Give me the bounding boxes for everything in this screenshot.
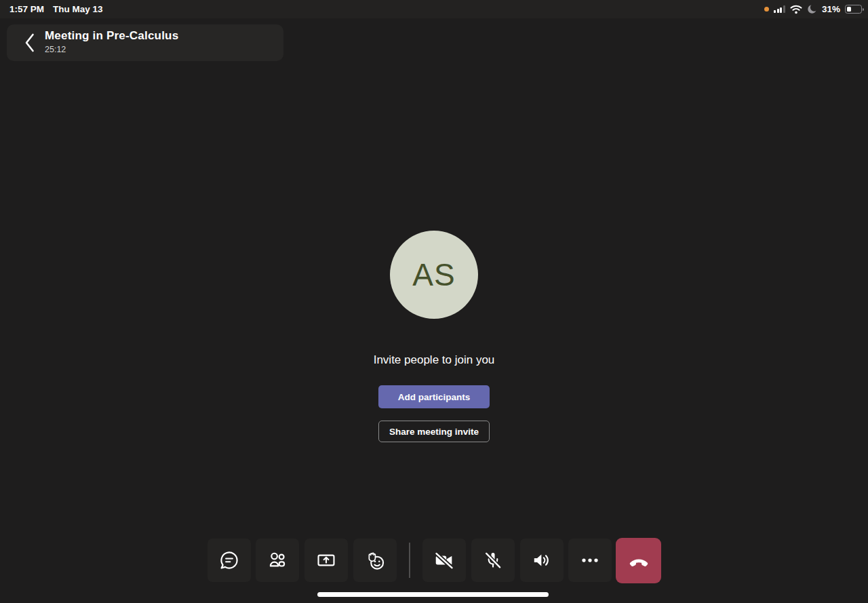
meeting-timer: 25:12	[45, 45, 178, 54]
invite-prompt: Invite people to join you	[0, 353, 868, 367]
meeting-header-text: Meeting in Pre-Calculus 25:12	[45, 29, 178, 54]
chat-icon	[218, 549, 240, 571]
share-screen-button[interactable]	[304, 539, 348, 582]
battery-icon	[845, 5, 862, 14]
meeting-header: Meeting in Pre-Calculus 25:12	[7, 24, 283, 61]
share-tray-icon	[315, 549, 337, 571]
more-options-button[interactable]	[568, 539, 612, 582]
ellipsis-icon	[580, 550, 600, 570]
camera-off-icon	[433, 549, 455, 571]
home-indicator[interactable]	[317, 592, 549, 597]
mic-toggle-button[interactable]	[471, 539, 515, 582]
clock-date: Thu May 13	[53, 4, 103, 14]
clock-time: 1:57 PM	[9, 4, 44, 14]
raised-hand-smiley-icon	[363, 549, 387, 572]
mic-off-icon	[482, 549, 504, 571]
avatar-initials: AS	[412, 256, 455, 293]
moon-focus-icon	[807, 4, 817, 14]
battery-percent: 31%	[822, 4, 840, 14]
hang-up-button[interactable]	[616, 538, 661, 583]
speaker-button[interactable]	[520, 539, 564, 582]
chat-button[interactable]	[208, 539, 251, 582]
wifi-icon	[790, 5, 802, 14]
hang-up-icon	[627, 549, 651, 573]
cellular-signal-icon	[774, 5, 785, 13]
mic-in-use-indicator-icon	[764, 7, 769, 12]
participants-button[interactable]	[256, 539, 299, 582]
share-meeting-invite-button[interactable]: Share meeting invite	[378, 421, 490, 442]
participant-avatar: AS	[390, 231, 478, 319]
status-bar-left: 1:57 PM Thu May 13	[9, 0, 103, 18]
people-icon	[267, 549, 288, 571]
meeting-title: Meeting in Pre-Calculus	[45, 29, 178, 43]
add-participants-button[interactable]: Add participants	[378, 385, 490, 408]
chevron-left-icon	[24, 33, 35, 53]
status-bar: 1:57 PM Thu May 13 31%	[0, 0, 868, 18]
reactions-button[interactable]	[353, 539, 397, 582]
speaker-icon	[531, 549, 553, 571]
camera-toggle-button[interactable]	[422, 539, 466, 582]
teams-meeting-screen: 1:57 PM Thu May 13 31%	[0, 0, 868, 603]
back-button[interactable]	[16, 32, 42, 54]
toolbar-divider	[409, 543, 410, 578]
status-bar-right: 31%	[764, 0, 862, 18]
